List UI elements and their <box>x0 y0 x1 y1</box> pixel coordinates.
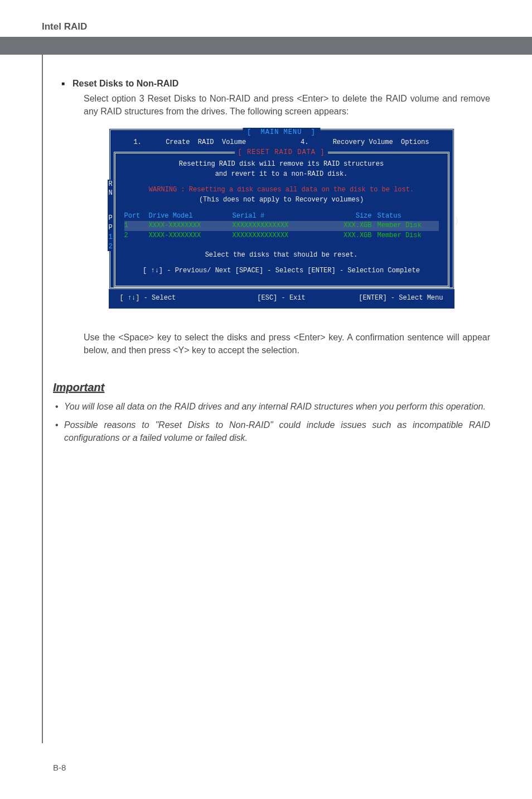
nav-bar: [ ↑↓] - Previous/ Next [SPACE] - Selects… <box>124 266 439 279</box>
section-title: Reset Disks to Non-RAID <box>72 77 490 90</box>
header-bar <box>0 37 532 55</box>
opt1-label: Create RAID Volume <box>166 138 246 146</box>
row1-drive: XXXX-XXXXXXXX <box>149 221 233 230</box>
opt4-num: 4. <box>301 138 308 146</box>
side-p2: P <box>108 223 114 233</box>
row2-drive: XXXX-XXXXXXXX <box>149 231 233 240</box>
important-item-2: Possible reasons to "Reset Disks to Non-… <box>53 418 490 444</box>
section-para-1: Select option 3 Reset Disks to Non-RAID … <box>72 92 490 118</box>
reset-line-1: Resetting RAID disk will remove its RAID… <box>124 159 439 169</box>
main-menu-label: [ MAIN MENU ] <box>243 128 320 137</box>
bottom-enter: [ENTER] - Select Menu <box>335 293 443 303</box>
bottom-bar: [ ↑↓] - Select [ESC] - Exit [ENTER] - Se… <box>109 289 454 309</box>
content-area: Reset Disks to Non-RAID Select option 3 … <box>0 55 532 444</box>
hdr-size: Size <box>322 211 372 221</box>
important-item-1: You will lose all data on the RAID drive… <box>53 400 490 413</box>
left-rule <box>42 41 43 743</box>
side-r: R <box>108 180 114 189</box>
disk-row-1[interactable]: 1 XXXX-XXXXXXXX XXXXXXXXXXXXXX XXX.XGB M… <box>124 221 439 230</box>
reset-warn-2: (This does not apply to Recovery volumes… <box>124 195 439 205</box>
hdr-drive: Drive Model <box>149 211 233 221</box>
side-letters: R N P P 1 2 <box>108 180 114 252</box>
page-header: Intel RAID <box>0 0 532 37</box>
reset-line-2: and revert it to a non-RAID disk. <box>124 169 439 179</box>
hdr-serial: Serial # <box>233 211 322 221</box>
important-list: You will lose all data on the RAID drive… <box>53 400 490 445</box>
row2-port: 2 <box>124 231 149 240</box>
page-number: B-8 <box>53 763 66 772</box>
row2-size: XXX.XGB <box>322 231 372 240</box>
side-2: 2 <box>108 242 114 252</box>
right-paren: ) <box>454 216 458 226</box>
bios-screenshot: R N P P 1 2 ) [ MAIN MENU ] 1. Create RA… <box>109 128 454 309</box>
side-p1: P <box>108 214 114 223</box>
hdr-port: Port <box>124 211 149 221</box>
opt1-num: 1. <box>134 138 142 146</box>
row1-size: XXX.XGB <box>322 221 372 230</box>
disk-row-2[interactable]: 2 XXXX-XXXXXXXX XXXXXXXXXXXXXX XXX.XGB M… <box>124 231 439 240</box>
row1-port: 1 <box>124 221 149 230</box>
hdr-status: Status <box>372 211 433 221</box>
row2-status: Member Disk <box>372 231 433 240</box>
bottom-select: [ ↑↓] - Select <box>120 293 228 303</box>
disk-table: Port Drive Model Serial # Size Status 1 … <box>124 211 439 240</box>
important-title: Important <box>53 379 490 396</box>
bottom-esc: [ESC] - Exit <box>228 293 335 303</box>
row2-serial: XXXXXXXXXXXXXX <box>233 231 322 240</box>
row1-serial: XXXXXXXXXXXXXX <box>233 221 322 230</box>
side-n: N <box>108 189 114 198</box>
row1-status: Member Disk <box>372 221 433 230</box>
reset-box: [ RESET RAID DATA ] Resetting RAID disk … <box>114 152 449 287</box>
disk-header: Port Drive Model Serial # Size Status <box>124 211 439 221</box>
side-1: 1 <box>108 233 114 242</box>
reset-warn-1: WARNING : Resetting a disk causes all da… <box>124 185 439 195</box>
reset-label: [ RESET RAID DATA ] <box>235 148 328 157</box>
opt4-label: Recovery Volume Options <box>333 138 429 146</box>
section-para-2: Use the <Space> key to select the disks … <box>72 331 490 357</box>
select-text: Select the disks that should be reset. <box>124 251 439 260</box>
